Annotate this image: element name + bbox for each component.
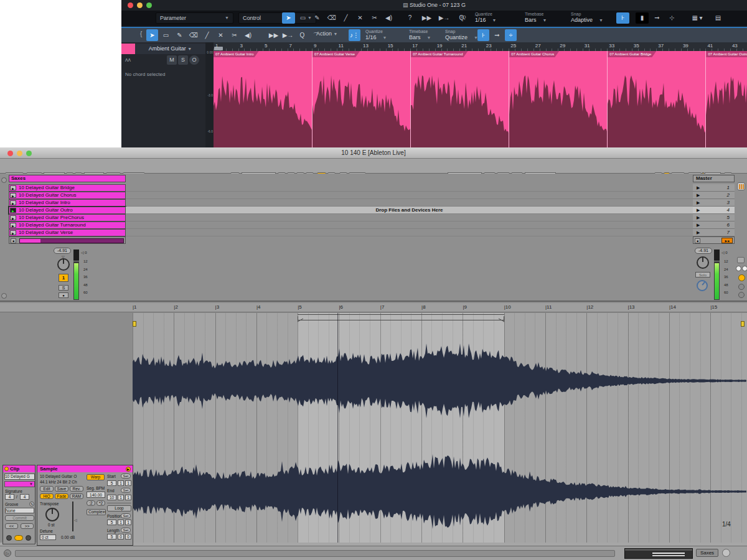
edit-timebase-select[interactable]: Timebase Bars▼ [409, 29, 431, 40]
scene-launch-icon[interactable]: ▶ [697, 192, 700, 198]
cursor-split-icon[interactable]: ⊹ [665, 12, 679, 24]
master-solo-button[interactable]: Solo [695, 272, 710, 278]
value-box[interactable]: 5 [107, 520, 116, 525]
parameter-menu[interactable]: Parameter▼ [156, 12, 233, 24]
edit-listen-tool-icon[interactable]: ◀) [242, 29, 254, 41]
crossfade-b-button[interactable] [742, 266, 747, 271]
snap-toggle-icon[interactable]: ⊦ [616, 12, 629, 24]
seg-bpm-field[interactable]: 140.00 [87, 492, 105, 498]
value-box[interactable]: 1 [118, 480, 124, 486]
gain-slider-handle[interactable]: ◁ [74, 518, 77, 522]
scene-launch-icon[interactable]: ▶ [697, 207, 700, 213]
grid-row[interactable] [126, 222, 693, 229]
so-track-header[interactable]: Ambient Guitar ▼ [121, 44, 205, 54]
clip-launch-icon[interactable]: ▶ [10, 193, 16, 198]
scene-slot[interactable]: ▶4 [693, 207, 735, 214]
snap-select[interactable]: Snap Adaptive▼ [571, 12, 603, 23]
track-solo-button[interactable]: S [59, 285, 68, 291]
cue-volume-knob[interactable] [697, 280, 708, 291]
monitor-button[interactable]: O [189, 55, 199, 65]
crossfade-a-button[interactable] [736, 266, 741, 271]
gain-slider[interactable] [72, 502, 73, 531]
length-set-button[interactable]: Set [121, 528, 131, 533]
grid-row[interactable] [126, 199, 693, 207]
line-tool-icon[interactable]: ╱ [339, 12, 352, 24]
info-toggle-icon[interactable] [722, 549, 730, 557]
scene-slot[interactable]: ▶2 [693, 192, 735, 199]
start-set-button[interactable]: Set [121, 474, 131, 478]
scene-launch-icon[interactable]: ▶ [697, 214, 700, 221]
clip-slot[interactable]: ▶10 Delayed Guitar Turnaround [9, 222, 126, 229]
solo-in-place-icon[interactable] [738, 284, 745, 290]
divide-icon[interactable]: ÷ [505, 29, 517, 41]
master-play-indicator[interactable]: ▶■ [721, 238, 733, 243]
detune-field[interactable]: 0 ct [40, 534, 56, 540]
sample-play-icon[interactable]: ▶ [126, 467, 131, 472]
master-track-header[interactable]: Master [693, 175, 735, 182]
eraser-tool-icon[interactable]: ⌫ [325, 12, 338, 24]
edit-range-tool-icon[interactable]: ▭ [160, 29, 172, 41]
transpose-knob[interactable] [45, 508, 59, 521]
clip-stop-button[interactable]: ■ [11, 238, 16, 243]
master-volume-field[interactable]: -4.91 [695, 248, 712, 254]
scene-slot[interactable]: ▶5 [693, 214, 735, 222]
edit-arrow-icon[interactable]: ➞ [491, 29, 503, 41]
edit-split-tool-icon[interactable]: ✂ [228, 29, 240, 41]
ram-button[interactable]: RAM [70, 493, 83, 499]
hiq-button[interactable]: HiQ [40, 493, 54, 499]
clip-tab-icon[interactable] [6, 535, 12, 541]
split-tool-icon[interactable]: ✂ [368, 12, 381, 24]
tape-icon[interactable]: ▤ [712, 12, 725, 24]
scene-slot[interactable]: ▶3 [693, 199, 735, 207]
end-set-button[interactable]: Set [121, 488, 131, 493]
groove-edit-icon[interactable]: ✎ [29, 502, 34, 506]
loop-toggle-button[interactable]: Loop [107, 505, 131, 511]
reverse-button[interactable]: Rev. [70, 486, 83, 492]
quantize-note-icon[interactable]: ♪⋮ [349, 29, 360, 41]
arrangement-clip[interactable]: 07 Ambient Guitar Bridge [607, 51, 705, 147]
arrow-right-icon[interactable]: ➞ [651, 12, 664, 24]
iq-label[interactable]: IQ [461, 14, 466, 20]
mute-tool-icon[interactable]: ✕ [354, 12, 367, 24]
warp-button[interactable]: Warp [87, 474, 105, 480]
double-tempo-button[interactable]: *2 [96, 500, 105, 506]
grid-row[interactable] [126, 214, 693, 222]
track-arm-button[interactable]: ● [59, 292, 68, 298]
saxes-track-button[interactable]: Saxes [696, 549, 718, 557]
clip-launch-icon[interactable]: ▶ [10, 200, 16, 205]
groove-value-field[interactable]: None [5, 508, 34, 513]
value-box[interactable]: 1 [125, 520, 131, 525]
nudge-forward-button[interactable]: >> [21, 523, 34, 529]
grid-row[interactable] [126, 184, 693, 192]
commit-button[interactable]: Commit [5, 515, 34, 521]
edit-line-tool-icon[interactable]: ╱ [201, 29, 213, 41]
block-snap-icon[interactable]: ▮ [636, 12, 649, 24]
value-box[interactable]: 5 [107, 480, 116, 486]
edit-play-from-icon[interactable]: ▶→ [282, 29, 294, 41]
clip-launch-icon[interactable]: ▶ [10, 223, 16, 228]
grid-mode-icon[interactable]: ▦ ▾ [688, 12, 707, 24]
track-input-button[interactable]: 1 [59, 274, 68, 282]
preview-icon[interactable]: ▷ [4, 549, 11, 557]
edit-quantize-select[interactable]: Quantize 1/16▼ [365, 29, 387, 40]
value-box[interactable]: 0 [118, 534, 124, 539]
warp-mode-select[interactable]: Complex▾ [87, 509, 106, 515]
edit-autoscroll-icon[interactable]: ▶▶ [268, 29, 280, 41]
live-titlebar[interactable]: 10 140 E [Ableton Live] [0, 147, 747, 159]
clip-slot[interactable]: ▶10 Delayed Guitar PreChorus [9, 214, 126, 222]
clip-name-field[interactable]: 10 Delayed G [4, 474, 35, 480]
clip-launch-icon[interactable]: ▶ [10, 185, 16, 190]
scene-launch-icon[interactable]: ▶ [697, 184, 700, 191]
help-icon[interactable]: ? [403, 12, 416, 24]
signature-numerator[interactable]: 4 [5, 494, 14, 500]
value-box[interactable]: 1 [118, 520, 124, 525]
value-box[interactable]: 10 [107, 495, 116, 500]
edit-snap-toggle-icon[interactable]: ⊦ [477, 29, 489, 41]
scene-slot[interactable]: ▶1 [693, 184, 735, 192]
clip-launch-icon[interactable]: ▶ [10, 215, 16, 220]
solo-button[interactable]: S [178, 55, 188, 65]
value-box[interactable]: 1 [118, 495, 124, 500]
clip-ruler[interactable]: |1|2|3|4|5|6|7|8|9|10|11|12|13|14|15 [0, 303, 747, 312]
crossfade-assign-button[interactable] [737, 257, 745, 263]
half-tempo-button[interactable]: :2 [87, 500, 95, 506]
